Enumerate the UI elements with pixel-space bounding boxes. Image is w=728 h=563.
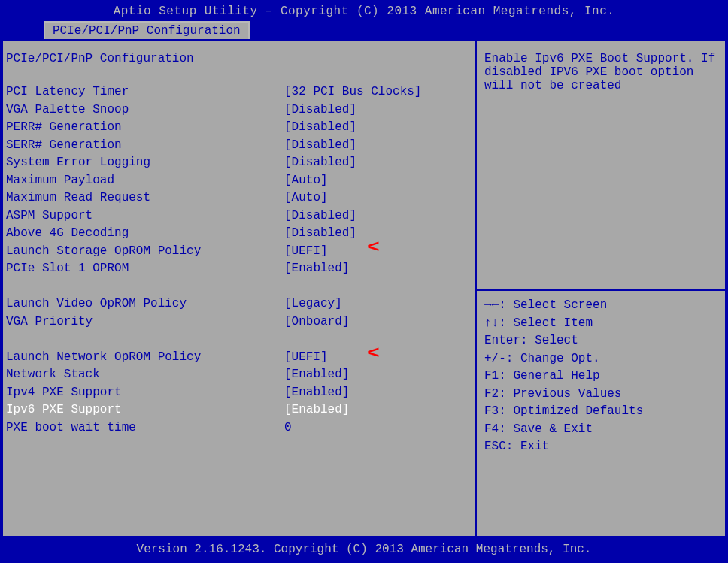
setting-label: Ipv4 PXE Support xyxy=(6,384,284,402)
setting-row[interactable]: Launch Storage OpROM Policy[UEFI]< xyxy=(6,243,472,261)
setting-row[interactable]: SERR# Generation[Disabled] xyxy=(6,137,472,155)
help-description: Enable Ipv6 PXE Boot Support. If disable… xyxy=(484,52,720,285)
setting-row[interactable]: PCIe Slot 1 OPROM[Enabled] xyxy=(6,260,472,278)
setting-row[interactable]: Launch Network OpROM Policy[UEFI]< xyxy=(6,349,472,367)
setting-value[interactable]: 0 xyxy=(284,419,292,437)
setting-value[interactable]: [Disabled] xyxy=(284,101,356,120)
setting-label: SERR# Generation xyxy=(6,137,284,155)
setting-label: System Error Logging xyxy=(6,154,284,172)
setting-value[interactable]: [Disabled] xyxy=(284,225,356,243)
setting-row[interactable]: PCI Latency Timer[32 PCI Bus Clocks] xyxy=(6,83,472,101)
setting-value[interactable]: [Disabled] xyxy=(284,119,356,137)
setting-value[interactable]: [Disabled] xyxy=(284,137,356,155)
setting-value[interactable]: [32 PCI Bus Clocks] xyxy=(284,83,421,101)
help-key-line: F3: Optimized Defaults xyxy=(484,403,720,421)
help-panel: Enable Ipv6 PXE Boot Support. If disable… xyxy=(477,41,725,536)
spacer xyxy=(6,331,472,349)
setting-row[interactable]: VGA Palette Snoop[Disabled] xyxy=(6,101,472,120)
setting-label: VGA Palette Snoop xyxy=(6,101,284,120)
annotation-arrow-icon: < xyxy=(367,346,380,360)
setting-label: PXE boot wait time xyxy=(6,419,284,437)
setting-label: PCIe Slot 1 OPROM xyxy=(6,260,284,278)
setting-row[interactable]: ASPM Support[Disabled] xyxy=(6,207,472,226)
setting-label: PERR# Generation xyxy=(6,119,284,137)
setting-value[interactable]: [Enabled] xyxy=(284,366,349,384)
tab-pcie[interactable]: PCIe/PCI/PnP Configuration xyxy=(44,21,250,39)
setting-value[interactable]: [Auto] xyxy=(284,189,328,207)
settings-panel: PCIe/PCI/PnP Configuration PCI Latency T… xyxy=(3,41,477,536)
help-key-line: F1: General Help xyxy=(484,368,720,386)
setting-label: Above 4G Decoding xyxy=(6,225,284,243)
setting-label: Network Stack xyxy=(6,366,284,384)
setting-row[interactable]: VGA Priority[Onboard] xyxy=(6,313,472,331)
setting-label: PCI Latency Timer xyxy=(6,83,284,101)
setting-label: VGA Priority xyxy=(6,313,284,331)
setting-row[interactable]: Launch Video OpROM Policy[Legacy] xyxy=(6,295,472,313)
setting-label: Launch Video OpROM Policy xyxy=(6,295,284,313)
help-key-line: ESC: Exit xyxy=(484,438,720,456)
help-keys: →←: Select Screen↑↓: Select ItemEnter: S… xyxy=(484,297,720,456)
annotation-arrow-icon: < xyxy=(367,240,380,254)
help-key-line: →←: Select Screen xyxy=(484,297,720,315)
setting-label: Launch Network OpROM Policy xyxy=(6,349,284,367)
setting-value[interactable]: [Enabled] xyxy=(284,260,349,278)
setting-value[interactable]: [Auto] xyxy=(284,172,328,190)
setting-row[interactable]: System Error Logging[Disabled] xyxy=(6,154,472,172)
setting-row[interactable]: PXE boot wait time0 xyxy=(6,419,472,437)
setting-value[interactable]: [UEFI] xyxy=(284,243,328,261)
tab-row: PCIe/PCI/PnP Configuration xyxy=(3,21,725,39)
setting-row[interactable]: PERR# Generation[Disabled] xyxy=(6,119,472,137)
footer: Version 2.16.1243. Copyright (C) 2013 Am… xyxy=(3,538,725,561)
setting-label: Ipv6 PXE Support xyxy=(6,401,284,419)
title-bar: Aptio Setup Utility – Copyright (C) 2013… xyxy=(3,0,725,21)
setting-row[interactable]: Maximum Payload[Auto] xyxy=(6,172,472,190)
setting-value[interactable]: [UEFI] xyxy=(284,349,328,367)
setting-value[interactable]: [Enabled] xyxy=(284,401,349,419)
setting-label: ASPM Support xyxy=(6,207,284,226)
help-key-line: Enter: Select xyxy=(484,332,720,350)
setting-value[interactable]: [Enabled] xyxy=(284,384,349,402)
setting-row[interactable]: Network Stack[Enabled] xyxy=(6,366,472,384)
setting-row[interactable]: Above 4G Decoding[Disabled] xyxy=(6,225,472,243)
help-key-line: +/-: Change Opt. xyxy=(484,350,720,368)
main-content: PCIe/PCI/PnP Configuration PCI Latency T… xyxy=(3,39,725,538)
help-key-line: F2: Previous Values xyxy=(484,386,720,404)
divider xyxy=(477,289,725,291)
setting-row[interactable]: Maximum Read Request[Auto] xyxy=(6,189,472,207)
setting-value[interactable]: [Disabled] xyxy=(284,154,356,172)
help-key-line: F4: Save & Exit xyxy=(484,421,720,439)
setting-label: Maximum Read Request xyxy=(6,189,284,207)
setting-row[interactable]: Ipv4 PXE Support[Enabled] xyxy=(6,384,472,402)
setting-label: Maximum Payload xyxy=(6,172,284,190)
section-title: PCIe/PCI/PnP Configuration xyxy=(6,52,472,65)
setting-value[interactable]: [Legacy] xyxy=(284,295,342,313)
setting-row[interactable]: Ipv6 PXE Support[Enabled] xyxy=(6,401,472,419)
setting-label: Launch Storage OpROM Policy xyxy=(6,243,284,261)
setting-value[interactable]: [Onboard] xyxy=(284,313,349,331)
help-key-line: ↑↓: Select Item xyxy=(484,315,720,333)
spacer xyxy=(6,278,472,296)
setting-value[interactable]: [Disabled] xyxy=(284,207,356,226)
